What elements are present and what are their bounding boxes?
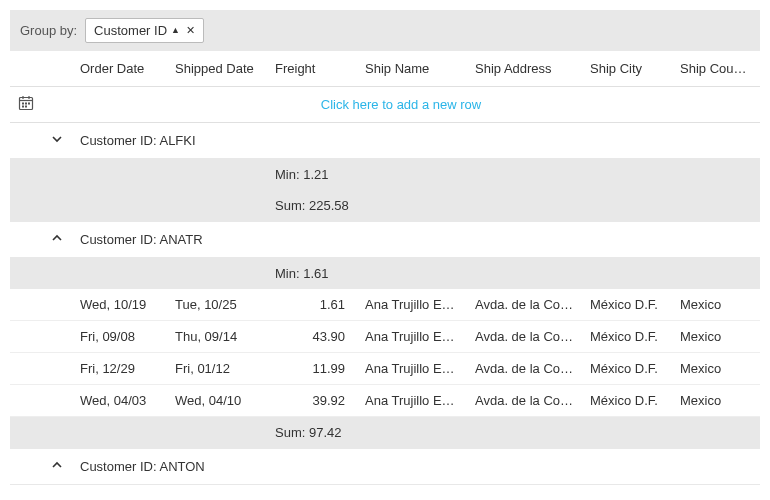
cell-shipped-date[interactable]: Tue, 10/25 bbox=[167, 289, 267, 321]
cell-ship-city[interactable]: México D.F. bbox=[582, 321, 672, 353]
chevron-up-icon bbox=[51, 459, 63, 474]
svg-rect-6 bbox=[28, 103, 30, 105]
svg-rect-4 bbox=[22, 103, 24, 105]
cell-ship-name[interactable]: Ana Trujillo Emp… bbox=[357, 289, 467, 321]
chevron-up-icon bbox=[51, 232, 63, 247]
cell-shipped-date[interactable]: Wed, 04/10 bbox=[167, 385, 267, 417]
cell-ship-address[interactable]: Avda. de la Cons… bbox=[467, 385, 582, 417]
cell-shipped-date[interactable]: Fri, 01/12 bbox=[167, 353, 267, 385]
svg-rect-5 bbox=[25, 103, 27, 105]
cell-order-date[interactable]: Wed, 04/03 bbox=[72, 385, 167, 417]
cell-ship-city[interactable]: México D.F. bbox=[582, 289, 672, 321]
column-header-freight[interactable]: Freight bbox=[267, 51, 357, 87]
cell-ship-country[interactable]: Mexico bbox=[672, 321, 760, 353]
svg-rect-8 bbox=[25, 106, 27, 108]
close-icon[interactable]: ✕ bbox=[186, 24, 195, 37]
cell-ship-name[interactable]: Ana Trujillo Emp… bbox=[357, 385, 467, 417]
table-row[interactable]: Fri, 12/29 Fri, 01/12 11.99 Ana Trujillo… bbox=[10, 353, 760, 385]
cell-ship-name[interactable]: Ana Trujillo Emp… bbox=[357, 353, 467, 385]
cell-ship-country[interactable]: Mexico bbox=[672, 289, 760, 321]
table-row[interactable]: Wed, 04/03 Wed, 04/10 39.92 Ana Trujillo… bbox=[10, 385, 760, 417]
cell-ship-address[interactable]: Avda. de la Cons… bbox=[467, 289, 582, 321]
table-row[interactable]: Wed, 10/19 Tue, 10/25 1.61 Ana Trujillo … bbox=[10, 289, 760, 321]
summary-value: Sum: 97.42 bbox=[267, 417, 357, 449]
group-header-label: Customer ID: ALFKI bbox=[72, 123, 760, 159]
svg-rect-7 bbox=[22, 106, 24, 108]
cell-ship-country[interactable]: Mexico bbox=[672, 385, 760, 417]
cell-order-date[interactable]: Wed, 10/19 bbox=[72, 289, 167, 321]
grid-container: Group by: Customer ID ▲ ✕ Order Date Shi… bbox=[0, 0, 770, 500]
group-chip-field: Customer ID bbox=[94, 23, 167, 38]
group-summary-row: Min: 1.61 bbox=[10, 258, 760, 290]
sort-asc-icon: ▲ bbox=[171, 25, 180, 35]
data-grid: Order Date Shipped Date Freight Ship Nam… bbox=[10, 51, 760, 485]
column-header-ship-city[interactable]: Ship City bbox=[582, 51, 672, 87]
cell-ship-name[interactable]: Ana Trujillo Emp… bbox=[357, 321, 467, 353]
group-header-label: Customer ID: ANATR bbox=[72, 222, 760, 258]
cell-order-date[interactable]: Fri, 12/29 bbox=[72, 353, 167, 385]
cell-shipped-date[interactable]: Thu, 09/14 bbox=[167, 321, 267, 353]
group-chip[interactable]: Customer ID ▲ ✕ bbox=[85, 18, 204, 43]
row-indicator-header bbox=[10, 51, 42, 87]
group-header-row[interactable]: Customer ID: ANTON bbox=[10, 449, 760, 485]
group-header-row[interactable]: Customer ID: ALFKI bbox=[10, 123, 760, 159]
group-summary-row: Min: 1.21 bbox=[10, 159, 760, 191]
expand-toggle[interactable] bbox=[42, 123, 72, 159]
new-row[interactable]: Click here to add a new row bbox=[10, 87, 760, 123]
column-header-row: Order Date Shipped Date Freight Ship Nam… bbox=[10, 51, 760, 87]
chevron-down-icon bbox=[51, 133, 63, 148]
expand-header bbox=[42, 51, 72, 87]
cell-ship-address[interactable]: Avda. de la Cons… bbox=[467, 321, 582, 353]
column-header-ship-address[interactable]: Ship Address bbox=[467, 51, 582, 87]
cell-freight[interactable]: 1.61 bbox=[267, 289, 357, 321]
column-header-ship-name[interactable]: Ship Name bbox=[357, 51, 467, 87]
new-row-indicator bbox=[10, 87, 42, 123]
calendar-icon bbox=[18, 95, 34, 111]
expand-toggle[interactable] bbox=[42, 449, 72, 485]
column-header-ship-country[interactable]: Ship Country bbox=[672, 51, 760, 87]
group-summary-row: Sum: 97.42 bbox=[10, 417, 760, 449]
cell-freight[interactable]: 39.92 bbox=[267, 385, 357, 417]
column-header-order-date[interactable]: Order Date bbox=[72, 51, 167, 87]
summary-value: Min: 1.21 bbox=[267, 159, 357, 191]
cell-freight[interactable]: 11.99 bbox=[267, 353, 357, 385]
cell-ship-country[interactable]: Mexico bbox=[672, 353, 760, 385]
group-by-label: Group by: bbox=[20, 23, 77, 38]
group-header-row[interactable]: Customer ID: ANATR bbox=[10, 222, 760, 258]
cell-order-date[interactable]: Fri, 09/08 bbox=[72, 321, 167, 353]
expand-toggle[interactable] bbox=[42, 222, 72, 258]
cell-freight[interactable]: 43.90 bbox=[267, 321, 357, 353]
cell-ship-city[interactable]: México D.F. bbox=[582, 385, 672, 417]
group-by-bar: Group by: Customer ID ▲ ✕ bbox=[10, 10, 760, 51]
summary-value: Sum: 225.58 bbox=[267, 190, 357, 222]
column-header-shipped-date[interactable]: Shipped Date bbox=[167, 51, 267, 87]
group-summary-row: Sum: 225.58 bbox=[10, 190, 760, 222]
cell-ship-address[interactable]: Avda. de la Cons… bbox=[467, 353, 582, 385]
add-new-row-link[interactable]: Click here to add a new row bbox=[321, 97, 481, 112]
cell-ship-city[interactable]: México D.F. bbox=[582, 353, 672, 385]
group-header-label: Customer ID: ANTON bbox=[72, 449, 760, 485]
summary-value: Min: 1.61 bbox=[267, 258, 357, 290]
table-row[interactable]: Fri, 09/08 Thu, 09/14 43.90 Ana Trujillo… bbox=[10, 321, 760, 353]
